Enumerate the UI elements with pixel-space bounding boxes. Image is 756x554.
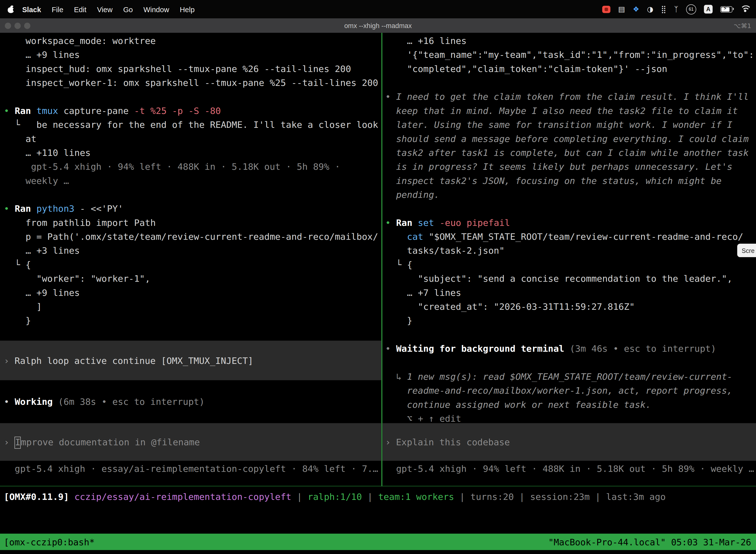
terminal-line: ↳ 1 new msg(s): read $OMX_TEAM_STATE_ROO… [385, 370, 756, 384]
contrast-icon[interactable]: ◑ [647, 5, 653, 13]
terminal-line: later. Using the same for transition mig… [385, 118, 756, 131]
terminal-line: p = Path('.omx/state/team/review-current… [4, 230, 381, 243]
terminal-line: … +110 lines [4, 146, 381, 160]
text-cursor: I [15, 436, 21, 448]
terminal-line [385, 356, 756, 370]
terminal-line: ] [4, 299, 381, 314]
terminal-line: inspect task2's JSON, focusing on the st… [385, 174, 756, 188]
terminal-line: "completed","claim_token":"claim-token"}… [385, 62, 756, 76]
menu-file[interactable]: File [52, 5, 63, 13]
tmux-host-clock: "MacBook-Pro-44.local" 05:03 31-Mar-26 [548, 537, 751, 547]
terminal-line [4, 188, 381, 202]
tmux-horizontal-divider [0, 486, 756, 487]
keyboard-icon[interactable]: ▤ [618, 5, 625, 13]
terminal-line: '{"team_name":"my-team","task_id":"1","f… [385, 48, 756, 62]
terminal-line [4, 90, 381, 104]
dots-grid-icon[interactable]: ⣿ [661, 5, 666, 13]
macos-menu-bar: Slack File Edit View Go Window Help ▤ ❖ … [0, 0, 756, 18]
chevron-icon: › [385, 437, 391, 447]
menu-go[interactable]: Go [123, 5, 133, 13]
terminal-line: • Waiting for background terminal (3m 46… [385, 341, 756, 355]
prompt-input-left[interactable]: ›Improve documentation in @filename [0, 423, 381, 461]
terminal: workspace_mode: worktree … +9 lines insp… [0, 33, 756, 554]
terminal-line: • Working (6m 38s • esc to interrupt) [4, 395, 205, 408]
menubar-status-icons: ▤ ❖ ◑ ⣿ ᛉ 61 A ⚡ [602, 4, 756, 14]
terminal-line: └ { [385, 258, 756, 272]
wifi-icon[interactable] [740, 5, 750, 13]
terminal-line: … +9 lines [4, 286, 381, 299]
terminal-line: "worker": "worker-1", [4, 272, 381, 285]
input-source-icon[interactable]: A [704, 5, 712, 13]
terminal-line: "created_at": "2026-03-31T11:59:27.816Z" [385, 299, 756, 314]
screen-share-overlay-button[interactable]: Scre [737, 244, 756, 257]
terminal-line: [OMX#0.11.9] cczip/essay/ai-reimplementa… [4, 490, 666, 504]
terminal-line: } [385, 314, 756, 328]
terminal-line: • Ran python3 - <<'PY' [4, 202, 381, 216]
window-title: omx --xhigh --madmax [0, 21, 756, 29]
window-title-bar[interactable]: omx --xhigh --madmax ⌥⌘1 [0, 18, 756, 33]
tmux-pane-right[interactable]: … +16 lines '{"team_name":"my-team","tas… [382, 33, 756, 486]
terminal-line: should send a message before completing … [385, 132, 756, 146]
menu-edit[interactable]: Edit [74, 5, 86, 13]
chevron-icon: › [4, 355, 9, 366]
assistant-icon[interactable]: ᛉ [674, 5, 679, 13]
terminal-line: tasks/task-2.json" [385, 244, 756, 258]
terminal-line: inspect_worker-1: omx sparkshell --tmux-… [4, 76, 381, 90]
terminal-line: readme-and-reco/mailbox/worker-1.json, a… [385, 384, 756, 397]
pane-footer-left: gpt-5.4 xhigh · essay/ai-reimplementatio… [4, 462, 378, 476]
menu-view[interactable]: View [97, 5, 113, 13]
screen: Slack File Edit View Go Window Help ▤ ❖ … [0, 0, 756, 554]
terminal-line: pending. [385, 188, 756, 202]
apple-menu-icon[interactable] [8, 5, 14, 13]
terminal-line: weekly … [4, 174, 381, 188]
prompt-input-right[interactable]: ›Explain this codebase [382, 423, 756, 461]
app-icon-blue[interactable]: ❖ [633, 5, 639, 13]
tmux-pane-left[interactable]: workspace_mode: worktree … +9 lines insp… [0, 33, 381, 486]
terminal-line: gpt-5.4 xhigh · 94% left · 488K in · 5.1… [4, 160, 381, 173]
terminal-line: keep that in mind. Maybe I also need the… [385, 104, 756, 118]
terminal-line: task2 after task1 is complete, but can I… [385, 146, 756, 160]
chevron-icon: › [4, 437, 9, 447]
prompt-placeholder: Explain this codebase [391, 437, 510, 447]
terminal-line: cat "$OMX_TEAM_STATE_ROOT/team/review-cu… [385, 230, 756, 243]
terminal-line: at [4, 132, 381, 146]
terminal-line: "subject": "send a concise recommendatio… [385, 272, 756, 285]
pane-footer-right: gpt-5.4 xhigh · 94% left · 488K in · 5.1… [385, 462, 754, 476]
menu-app-name[interactable]: Slack [22, 5, 41, 13]
terminal-line: from pathlib import Path [4, 216, 381, 230]
screen-recording-icon[interactable] [602, 5, 611, 13]
menu-window[interactable]: Window [143, 5, 169, 13]
inject-banner: ›Ralph loop active continue [OMX_TMUX_IN… [0, 340, 381, 380]
terminal-line: … +3 lines [4, 244, 381, 258]
terminal-line: workspace_mode: worktree [4, 34, 381, 48]
inject-banner-text: Ralph loop active continue [OMX_TMUX_INJ… [9, 355, 253, 366]
working-status: • Working (6m 38s • esc to interrupt) [0, 380, 381, 423]
terminal-line: … +16 lines [385, 34, 756, 48]
menu-help[interactable]: Help [180, 5, 195, 13]
terminal-line: • I need to get the claim token from the… [385, 90, 756, 104]
terminal-line: … +7 lines [385, 286, 756, 299]
window-shortcut: ⌥⌘1 [734, 22, 751, 29]
terminal-line: • Ran tmux capture-pane -t %25 -p -S -80 [4, 104, 381, 118]
terminal-line [385, 76, 756, 90]
gauge-icon[interactable]: 61 [686, 4, 696, 14]
battery-icon[interactable]: ⚡ [720, 6, 733, 12]
terminal-line: └ { [4, 258, 381, 272]
tmux-status-bar: [omx-cczip0:bash* "MacBook-Pro-44.local"… [0, 534, 756, 550]
terminal-line: • Ran set -euo pipefail [385, 216, 756, 230]
terminal-output-right: … +16 lines '{"team_name":"my-team","tas… [385, 34, 756, 426]
terminal-line: … +9 lines [4, 48, 381, 62]
terminal-line: └ be necessary for the end of the README… [4, 118, 381, 131]
terminal-line [385, 328, 756, 341]
tmux-session-label: [omx-cczip0:bash* [4, 537, 95, 547]
prompt-placeholder: mprove documentation in @filename [21, 437, 200, 447]
terminal-line: inspect_hud: omx sparkshell --tmux-pane … [4, 62, 381, 76]
terminal-output-left: workspace_mode: worktree … +9 lines insp… [4, 34, 381, 328]
terminal-line: continue assigned work or next feasible … [385, 398, 756, 411]
omx-status-line: [OMX#0.11.9] cczip/essay/ai-reimplementa… [4, 490, 666, 504]
terminal-line [385, 202, 756, 216]
terminal-line: } [4, 314, 381, 328]
terminal-line: is in progress? It seems likely but perh… [385, 160, 756, 173]
